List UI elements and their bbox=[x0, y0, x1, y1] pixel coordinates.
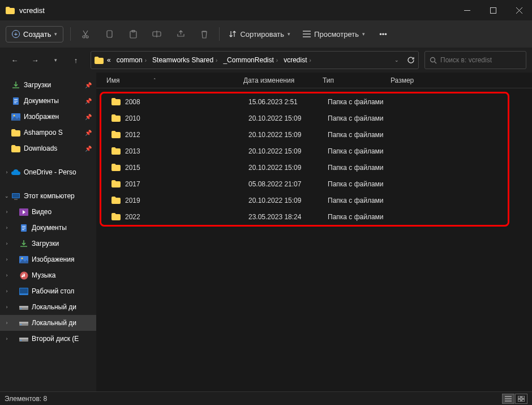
search-box[interactable] bbox=[424, 51, 526, 69]
file-type: Папка с файлами bbox=[328, 180, 396, 188]
svg-rect-24 bbox=[14, 199, 18, 200]
file-date: 05.08.2022 21:07 bbox=[248, 180, 328, 188]
pin-icon: 📌 bbox=[85, 82, 92, 88]
svg-rect-19 bbox=[14, 103, 16, 103]
column-date[interactable]: Дата изменения bbox=[243, 76, 323, 84]
sidebar-thispc-item[interactable]: ›Видео bbox=[0, 204, 96, 220]
breadcrumb-item[interactable]: Steamworks Shared› bbox=[150, 56, 220, 64]
minimize-button[interactable] bbox=[454, 0, 480, 20]
folder-icon bbox=[111, 164, 121, 171]
file-row[interactable]: 201020.10.2022 15:09Папка с файлами bbox=[101, 110, 508, 126]
file-row[interactable]: 200815.06.2023 2:51Папка с файлами bbox=[101, 93, 508, 110]
sidebar-item-label: Локальный ди bbox=[32, 319, 76, 327]
view-button[interactable]: Просмотреть ▾ bbox=[297, 24, 371, 44]
sidebar-item-label: Второй диск (E bbox=[32, 335, 79, 343]
paste-button[interactable] bbox=[122, 24, 144, 44]
sidebar-thispc-item[interactable]: ›Музыка bbox=[0, 267, 96, 283]
pin-icon: 📌 bbox=[85, 98, 92, 104]
view-label: Просмотреть bbox=[314, 30, 359, 39]
file-date: 23.05.2023 18:24 bbox=[248, 213, 328, 221]
chevron-down-icon: ▾ bbox=[362, 31, 365, 37]
search-icon bbox=[430, 57, 437, 64]
chevron-down-icon[interactable]: ⌄ bbox=[394, 57, 399, 63]
sidebar-thispc-item[interactable]: ›Загрузки bbox=[0, 236, 96, 251]
sidebar-thispc-item[interactable]: ›Локальный ди bbox=[0, 299, 96, 315]
file-row[interactable]: 201220.10.2022 15:09Папка с файлами bbox=[101, 126, 508, 143]
folder-icon bbox=[111, 147, 121, 155]
share-button[interactable] bbox=[169, 24, 192, 44]
file-row[interactable]: 201520.10.2022 15:09Папка с файлами bbox=[101, 159, 508, 176]
file-name: 2008 bbox=[125, 98, 140, 106]
sidebar-quick-item[interactable]: Загрузки📌 bbox=[0, 77, 96, 93]
back-button[interactable]: ← bbox=[6, 51, 24, 69]
file-selection-highlight: 200815.06.2023 2:51Папка с файлами201020… bbox=[100, 92, 509, 227]
details-view-button[interactable] bbox=[502, 394, 514, 404]
file-type: Папка с файлами bbox=[328, 147, 396, 155]
breadcrumb-prefix: « bbox=[105, 56, 113, 64]
separator bbox=[70, 27, 71, 41]
svg-point-4 bbox=[83, 36, 85, 38]
svg-rect-27 bbox=[22, 226, 25, 227]
navigation-pane: Загрузки📌Документы📌Изображен📌Ashampoo S📌… bbox=[0, 73, 96, 391]
breadcrumb-item[interactable]: vcredist› bbox=[281, 56, 314, 64]
sidebar-quick-item[interactable]: Документы📌 bbox=[0, 93, 96, 109]
recent-button[interactable]: ▾ bbox=[46, 51, 65, 69]
chevron-right-icon: › bbox=[3, 272, 10, 278]
refresh-button[interactable] bbox=[407, 56, 415, 64]
svg-line-15 bbox=[435, 61, 437, 63]
new-button[interactable]: + Создать ▾ bbox=[6, 26, 63, 42]
close-button[interactable] bbox=[506, 0, 532, 20]
computer-icon bbox=[11, 191, 20, 201]
music-icon bbox=[19, 271, 28, 280]
sidebar-item-label: Документы bbox=[32, 224, 67, 232]
breadcrumb-item[interactable]: common› bbox=[114, 56, 149, 64]
sidebar-quick-item[interactable]: Downloads📌 bbox=[0, 140, 96, 156]
file-row[interactable]: 201705.08.2022 21:07Папка с файлами bbox=[101, 176, 508, 192]
copy-button[interactable] bbox=[98, 24, 121, 44]
icons-view-button[interactable] bbox=[515, 394, 527, 404]
column-name[interactable]: Имя˄ bbox=[102, 76, 243, 84]
sidebar-item-label: Музыка bbox=[32, 271, 55, 279]
more-button[interactable]: ••• bbox=[372, 24, 394, 44]
address-bar[interactable]: « common› Steamworks Shared› _CommonRedi… bbox=[91, 51, 419, 69]
svg-rect-28 bbox=[22, 228, 25, 228]
maximize-button[interactable] bbox=[480, 0, 506, 20]
file-date: 15.06.2023 2:51 bbox=[248, 98, 328, 106]
breadcrumb-item[interactable]: _CommonRedist› bbox=[221, 56, 280, 64]
sidebar-thispc-item[interactable]: ›Рабочий стол bbox=[0, 283, 96, 299]
doc-icon bbox=[19, 223, 28, 232]
sidebar-onedrive[interactable]: › OneDrive - Perso bbox=[0, 164, 96, 180]
up-button[interactable]: ↑ bbox=[67, 51, 85, 69]
sort-button[interactable]: Сортировать ▾ bbox=[223, 24, 296, 44]
sidebar-thispc-item[interactable]: ›Второй диск (E bbox=[0, 331, 96, 347]
svg-rect-48 bbox=[522, 396, 525, 398]
sidebar-thispc-item[interactable]: ›Локальный ди bbox=[0, 315, 96, 331]
chevron-down-icon: ▾ bbox=[54, 31, 57, 37]
column-type[interactable]: Тип bbox=[323, 76, 391, 84]
folder-icon bbox=[111, 180, 121, 187]
folder-icon bbox=[111, 114, 121, 122]
sidebar-this-pc[interactable]: ⌄ Этот компьютер bbox=[0, 188, 96, 204]
sidebar-item-label: Локальный ди bbox=[32, 303, 76, 311]
svg-rect-49 bbox=[518, 399, 521, 402]
delete-button[interactable] bbox=[193, 24, 216, 44]
chevron-right-icon: › bbox=[3, 169, 10, 175]
rename-button[interactable] bbox=[145, 24, 168, 44]
file-row[interactable]: 201320.10.2022 15:09Папка с файлами bbox=[101, 143, 508, 159]
file-date: 20.10.2022 15:09 bbox=[248, 164, 328, 172]
item-count: Элементов: 8 bbox=[5, 395, 47, 403]
column-size[interactable]: Размер bbox=[391, 76, 532, 84]
forward-button[interactable]: → bbox=[26, 51, 44, 69]
cut-button[interactable] bbox=[74, 24, 97, 44]
file-row[interactable]: 202223.05.2023 18:24Папка с файлами bbox=[101, 208, 508, 225]
sidebar-thispc-item[interactable]: ›Документы bbox=[0, 220, 96, 236]
sidebar-quick-item[interactable]: Ashampoo S📌 bbox=[0, 125, 96, 140]
sidebar-item-label: Изображен bbox=[24, 113, 59, 121]
search-input[interactable] bbox=[440, 56, 521, 64]
sidebar-thispc-item[interactable]: ›Изображения bbox=[0, 251, 96, 267]
file-row[interactable]: 201920.10.2022 15:09Папка с файлами bbox=[101, 192, 508, 208]
sort-icon bbox=[229, 30, 237, 38]
chevron-down-icon: ⌄ bbox=[3, 193, 10, 199]
folder-icon bbox=[6, 7, 15, 14]
sidebar-quick-item[interactable]: Изображен📌 bbox=[0, 109, 96, 125]
